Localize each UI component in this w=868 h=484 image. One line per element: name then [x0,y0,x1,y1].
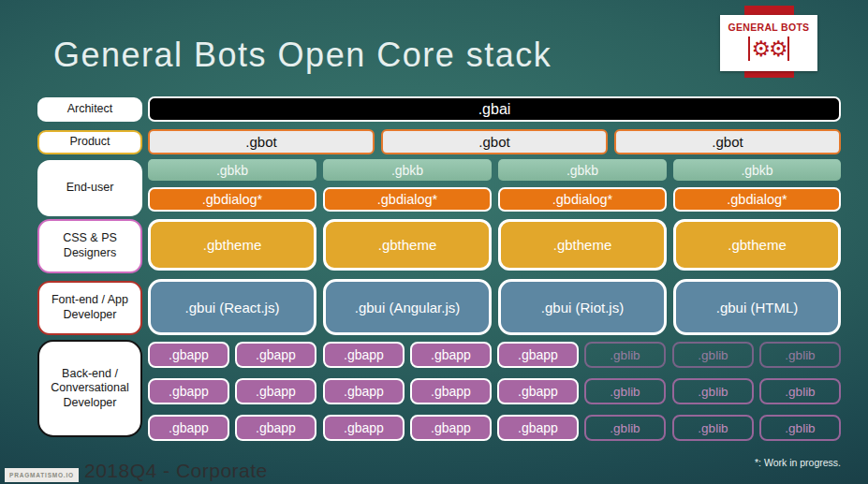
role-label-product: Product [37,130,142,154]
stack-box-gbot: .gbot [381,129,608,154]
stack-box-gbdialog: .gbdialog* [148,187,316,212]
stack-box-gbtheme: .gbtheme [673,219,841,271]
stack-box-gbapp: .gbapp [497,342,579,368]
stack-box-gblib: .gblib [759,378,841,404]
stack-box-gbapp: .gbapp [235,378,316,404]
stack-box-gbapp: .gbapp [410,378,492,404]
stack-box-gblib: .gblib [672,415,754,441]
stack-box-gbkb: .gbkb [148,159,316,181]
stack-box-gbdialog: .gbdialog* [673,187,841,212]
stack-box-gbot: .gbot [614,129,841,154]
stack-box-gbkb: .gbkb [673,159,841,181]
gear-line-left-icon [748,37,750,61]
stack-box-gbtheme: .gbtheme [148,219,316,271]
stack-box-gbapp: .gbapp [148,415,229,441]
stack-box-gbui-react: .gbui (React.js) [148,279,316,335]
stack-box-gbai: .gbai [148,96,841,122]
stack-box-gbapp: .gbapp [323,378,405,404]
pragmatismo-watermark: PRAGMATISMO.IO [5,468,79,482]
stack-box-gbtheme: .gbtheme [323,219,492,271]
stack-box-gblib: .gblib [759,415,841,441]
stack-box-gbtheme: .gbtheme [498,219,667,271]
stack-box-gblib: .gblib [584,378,666,404]
slide-canvas: General Bots Open Core stack GENERAL BOT… [0,0,868,484]
stack-box-gblib: .gblib [584,415,666,441]
stack-box-gbapp: .gbapp [235,415,316,441]
work-in-progress-note: *: Work in progress. [755,457,841,468]
stack-box-gbapp: .gbapp [235,342,316,368]
general-bots-logo: GENERAL BOTS ⚙⚙ [720,15,817,71]
stack-box-gbui-html: .gbui (HTML) [673,279,841,335]
stack-box-gbdialog: .gbdialog* [498,187,667,212]
stack-box-gblib: .gblib [759,342,841,368]
stack-box-gbapp: .gbapp [410,342,492,368]
stack-box-gblib: .gblib [584,342,666,368]
double-gear-icon: ⚙⚙ [751,37,786,61]
stack-box-gbapp: .gbapp [497,378,579,404]
stack-box-gbapp: .gbapp [410,415,492,441]
role-label-css-ps-designers: CSS & PS Designers [37,219,142,273]
gears-icon: ⚙⚙ [720,34,817,64]
stack-box-gblib: .gblib [672,378,754,404]
gear-line-right-icon [787,37,789,61]
role-label-end-user: End-user [37,160,142,216]
stack-box-gbapp: .gbapp [497,415,579,441]
stack-box-gbui-angular: .gbui (Angular.js) [323,279,492,335]
stack-box-gbapp: .gbapp [148,342,229,368]
stack-box-gbot: .gbot [148,129,375,154]
stack-box-gbkb: .gbkb [498,159,667,181]
slide-title: General Bots Open Core stack [53,36,552,75]
stack-box-gbapp: .gbapp [323,342,405,368]
stack-box-gbapp: .gbapp [148,378,229,404]
role-label-backend-conversational-developer: Back-end / Conversational Developer [37,340,142,437]
stack-box-gbapp: .gbapp [323,415,405,441]
stack-box-gbui-riot: .gbui (Riot.js) [498,279,667,335]
role-label-frontend-app-developer: Font-end / App Developer [37,281,142,335]
logo-wordmark: GENERAL BOTS [720,22,817,33]
stack-box-gbkb: .gbkb [323,159,492,181]
role-label-architect: Architect [37,97,142,122]
stack-box-gbdialog: .gbdialog* [323,187,492,212]
stack-box-gblib: .gblib [672,342,754,368]
slide-footer: 2018Q4 - Corporate [84,460,268,482]
